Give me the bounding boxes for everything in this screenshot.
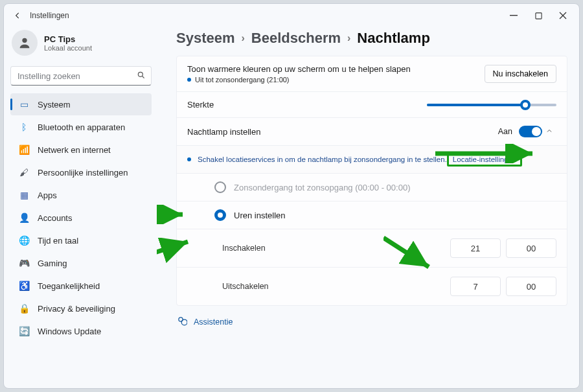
sidebar-icon: 👤: [18, 212, 30, 224]
sidebar-item-privacy-beveiliging[interactable]: 🔒Privacy & beveiliging: [10, 297, 152, 319]
info-dot-icon: [187, 157, 191, 161]
strength-label: Sterkte: [187, 100, 427, 110]
chevron-right-icon: ›: [347, 32, 350, 44]
turn-off-hour[interactable]: 7: [450, 277, 501, 296]
sidebar-item-accounts[interactable]: 👤Accounts: [10, 207, 152, 229]
turn-on-time-label: Inschakelen: [222, 244, 445, 253]
breadcrumb-display[interactable]: Beeldscherm: [251, 30, 341, 47]
sidebar-item-toegankelijkheid[interactable]: ♿Toegankelijkheid: [10, 275, 152, 297]
sidebar-icon: ♿: [18, 280, 30, 292]
sidebar-icon: ▭: [18, 98, 30, 110]
account-subtitle: Lokaal account: [44, 44, 92, 52]
turn-off-minute[interactable]: 00: [506, 277, 556, 296]
svg-point-5: [181, 319, 187, 325]
maximize-button[interactable]: [526, 6, 551, 25]
sidebar-icon: 🖌: [18, 167, 30, 178]
sidebar-item-tijd-en-taal[interactable]: 🌐Tijd en taal: [10, 229, 152, 251]
sidebar-icon: 🔄: [18, 325, 30, 337]
radio-sunset: [214, 181, 226, 193]
breadcrumb-system[interactable]: Systeem: [176, 30, 235, 47]
account-name: PC Tips: [44, 34, 92, 44]
search-field[interactable]: [16, 71, 137, 82]
sidebar-item-gaming[interactable]: 🎮Gaming: [10, 252, 152, 274]
status-text: Uit tot zonsondergang (21:00): [187, 76, 485, 84]
assistance-link[interactable]: Assistentie: [176, 316, 567, 328]
sidebar-item-label: Windows Update: [38, 327, 101, 336]
sidebar-item-label: Accounts: [38, 213, 72, 223]
sidebar-item-label: Netwerk en internet: [38, 145, 111, 155]
schedule-toggle[interactable]: [519, 126, 542, 137]
svg-rect-1: [535, 12, 541, 18]
description-text: Toon warmere kleuren op uw scherm om u t…: [187, 64, 485, 74]
back-button[interactable]: [8, 6, 27, 25]
sidebar-item-label: Persoonlijke instellingen: [38, 168, 128, 178]
minimize-button[interactable]: [501, 6, 526, 25]
sidebar-icon: 🎮: [18, 257, 30, 269]
sidebar-item-label: Tijd en taal: [38, 236, 78, 246]
strength-slider[interactable]: [427, 104, 556, 106]
turn-off-time-label: Uitschakelen: [222, 282, 445, 291]
turn-on-button[interactable]: Nu inschakelen: [485, 65, 556, 83]
location-settings-link[interactable]: Locatie-instellingen: [447, 152, 522, 167]
status-dot-icon: [187, 78, 191, 82]
radio-hours-row[interactable]: Uren instellen: [177, 201, 567, 229]
radio-hours[interactable]: [214, 209, 226, 221]
sidebar-item-label: Apps: [38, 190, 57, 200]
svg-point-2: [22, 38, 27, 43]
sidebar-item-netwerk-en-internet[interactable]: 📶Netwerk en internet: [10, 139, 152, 161]
sidebar-icon: 🌐: [18, 235, 30, 246]
chevron-up-icon[interactable]: [542, 127, 556, 137]
nightlight-panel: Toon warmere kleuren op uw scherm om u t…: [176, 56, 567, 306]
search-input[interactable]: [10, 66, 152, 86]
sidebar-icon: 🔒: [18, 303, 30, 314]
breadcrumb-current: Nachtlamp: [357, 30, 429, 47]
window-title: Instellingen: [30, 11, 69, 20]
sidebar-item-label: Bluetooth en apparaten: [38, 122, 125, 132]
sidebar-item-bluetooth-en-apparaten[interactable]: ᛒBluetooth en apparaten: [10, 116, 152, 138]
avatar-icon: [12, 30, 38, 56]
search-icon: [137, 71, 146, 82]
account-block[interactable]: PC Tips Lokaal account: [10, 30, 152, 63]
sidebar-item-label: Toegankelijkheid: [38, 281, 100, 291]
sidebar-item-label: Privacy & beveiliging: [38, 304, 115, 314]
location-info-text: Schakel locatieservices in om de nachtla…: [198, 156, 447, 163]
help-icon: [177, 316, 187, 328]
sidebar-icon: ▦: [18, 189, 30, 201]
sidebar-item-systeem[interactable]: ▭Systeem: [10, 93, 152, 115]
svg-rect-0: [510, 15, 518, 16]
sidebar-item-label: Systeem: [38, 100, 71, 110]
chevron-right-icon: ›: [242, 32, 245, 44]
turn-on-hour[interactable]: 21: [450, 238, 501, 258]
sidebar-icon: ᛒ: [18, 121, 30, 133]
svg-point-3: [138, 72, 143, 76]
schedule-label: Nachtlamp instellen: [187, 127, 498, 137]
sidebar-item-label: Gaming: [38, 259, 67, 268]
turn-on-minute[interactable]: 00: [506, 238, 556, 258]
sidebar-item-apps[interactable]: ▦Apps: [10, 184, 152, 206]
close-button[interactable]: [551, 6, 575, 25]
sidebar-item-persoonlijke-instellingen[interactable]: 🖌Persoonlijke instellingen: [10, 161, 152, 183]
sidebar-icon: 📶: [18, 144, 30, 156]
radio-sunset-label: Zonsondergang tot zonsopgang (00:00 - 00…: [234, 183, 410, 192]
sidebar-item-windows-update[interactable]: 🔄Windows Update: [10, 320, 152, 342]
breadcrumb: Systeem › Beeldscherm › Nachtlamp: [176, 30, 567, 47]
schedule-state: Aan: [498, 127, 512, 136]
radio-hours-label: Uren instellen: [234, 211, 286, 220]
